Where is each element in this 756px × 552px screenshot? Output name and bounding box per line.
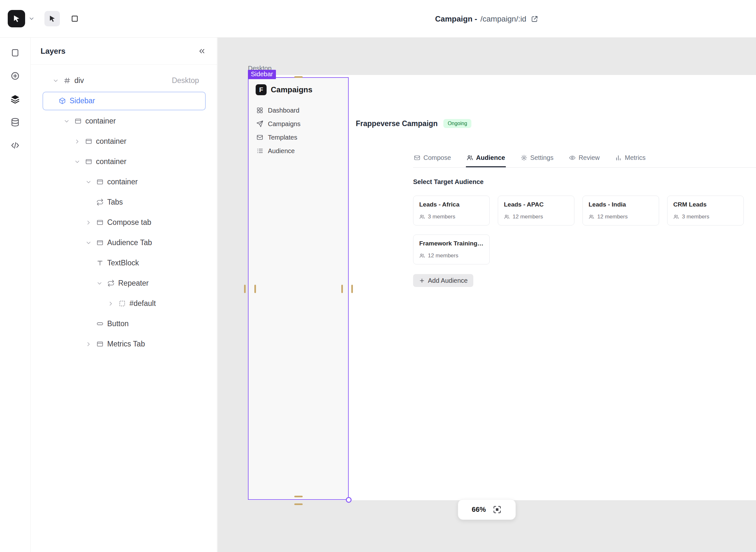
rail-layers-button[interactable] [9,93,22,105]
container-icon [74,117,82,125]
chevrons-left-icon [198,47,206,55]
container-icon [96,239,104,246]
layer-label: container [85,117,116,125]
chevron-down-icon[interactable] [96,280,107,287]
resize-handle-right-inner[interactable] [341,285,343,293]
builder-logo-cursor-icon [12,14,21,23]
collapse-panel-button[interactable] [198,47,206,55]
layer-label: Metrics Tab [107,340,145,349]
layer-label: container [96,157,126,166]
layer-row-compose-tab[interactable]: Compose tab [30,212,217,233]
audience-card[interactable]: Leads - APAC 12 members [498,195,574,226]
fit-screen-icon [492,505,502,514]
tab-audience[interactable]: Audience [466,151,506,167]
send-icon [256,120,263,127]
layer-breakpoint-label: Desktop [172,76,199,85]
page-sidebar-component[interactable]: F Campaigns Dashboard Campaigns Template… [248,77,349,500]
chevron-down-icon[interactable] [74,159,85,165]
chevron-down-icon[interactable] [64,118,74,125]
resize-handle-left-outer[interactable] [244,285,246,293]
plus-icon [419,278,425,284]
text-icon [96,259,104,267]
layer-row-audience-tab[interactable]: Audience Tab [30,233,217,253]
repeat-icon [96,198,104,206]
eye-icon [569,154,576,161]
layer-row-container[interactable]: container [30,131,217,151]
layer-label: div [74,76,84,85]
layer-row-default-slot[interactable]: #default [30,293,217,314]
square-tool-icon [71,14,79,23]
campaign-title: Frappeverse Campaign [356,119,438,128]
add-audience-button[interactable]: Add Audience [413,274,473,287]
chevron-down-icon[interactable] [52,78,64,84]
code-icon [10,141,20,150]
rail-pages-button[interactable] [9,47,22,59]
layer-row-sidebar-selected[interactable]: Sidebar [42,92,206,110]
layer-label: container [107,177,138,186]
layer-row-repeater[interactable]: Repeater [30,273,217,293]
resize-handle-top[interactable] [294,76,303,78]
audience-card[interactable]: Framework Training St... 12 members [413,235,490,264]
chevron-right-icon[interactable] [108,300,118,307]
chevron-right-icon[interactable] [85,341,96,348]
sidebar-item-campaigns[interactable]: Campaigns [256,117,341,131]
member-count: 12 members [428,253,458,259]
sidebar-item-audience[interactable]: Audience [256,144,341,158]
layer-row-metrics-tab[interactable]: Metrics Tab [30,334,217,354]
chevron-right-icon[interactable] [74,138,85,145]
mail-icon [414,154,421,161]
app-logo-button[interactable] [8,10,25,27]
open-page-external-link-icon[interactable] [531,15,539,23]
chevron-right-icon[interactable] [85,220,96,226]
chevron-down-icon[interactable] [85,179,96,185]
layer-row-container[interactable]: container [30,151,217,172]
audience-card[interactable]: Leads - India 12 members [582,195,659,226]
audience-card[interactable]: Leads - Africa 3 members [413,195,490,226]
rail-code-button[interactable] [9,139,22,151]
tab-metrics[interactable]: Metrics [614,151,646,167]
layer-row-tabs[interactable]: Tabs [30,192,217,212]
resize-handle-bottom-inner[interactable] [294,496,303,497]
container-icon [96,178,104,185]
container-tool-button[interactable] [67,11,83,26]
audience-name: Framework Training St... [419,240,483,247]
rail-insert-button[interactable] [9,70,22,82]
rail-data-button[interactable] [9,116,22,128]
tab-label: Metrics [625,154,645,161]
container-icon [85,138,92,145]
layer-row-div[interactable]: div Desktop [30,71,217,91]
resize-handle-left-inner[interactable] [254,285,256,293]
users-icon [673,214,679,220]
resize-handle-right-outer[interactable] [351,285,353,293]
layers-panel: Layers div Desktop Sidebar container con… [30,38,217,552]
tab-review[interactable]: Review [568,151,601,167]
audience-name: Leads - APAC [504,201,568,208]
sidebar-item-templates[interactable]: Templates [256,131,341,144]
app-menu-chevron-icon[interactable] [28,15,35,22]
chevron-down-icon[interactable] [85,240,96,246]
layer-label: Sidebar [70,97,95,105]
sidebar-item-label: Dashboard [268,107,300,114]
fit-screen-button[interactable] [492,505,502,514]
resize-handle-bottom-outer[interactable] [294,504,303,505]
resize-corner-handle[interactable] [346,497,352,503]
layer-row-container[interactable]: container [30,111,217,131]
tab-settings[interactable]: Settings [520,151,554,167]
hash-icon [64,77,71,84]
layer-row-textblock[interactable]: TextBlock [30,253,217,273]
frappe-logo: F [256,84,266,95]
campaign-tabs: Compose Audience Settings Review Metrics [413,151,756,168]
zoom-level[interactable]: 66% [472,505,486,514]
canvas[interactable]: Desktop Frappeverse Campaign Ongoing Com… [218,38,756,552]
layer-row-button[interactable]: Button [30,314,217,334]
layer-label: Compose tab [107,218,151,227]
status-badge: Ongoing [443,119,471,128]
layer-row-container[interactable]: container [30,172,217,192]
layer-label: TextBlock [107,259,139,267]
audience-card[interactable]: CRM Leads 3 members [667,195,744,226]
button-icon [96,320,104,327]
tab-compose[interactable]: Compose [413,151,452,167]
select-tool-button[interactable] [44,11,60,26]
sidebar-item-dashboard[interactable]: Dashboard [256,104,341,117]
sidebar-item-label: Audience [268,147,295,155]
